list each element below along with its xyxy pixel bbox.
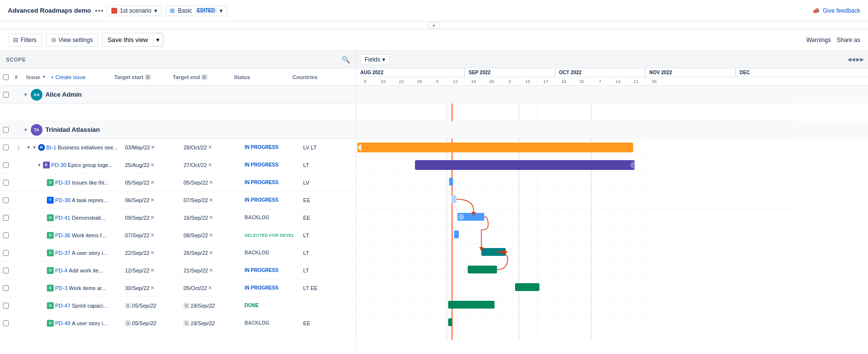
view-icon: ⊞ <box>170 7 175 14</box>
row-issue-pd38: T PD-38 A task repres... <box>25 197 123 204</box>
save-view-button[interactable]: Save this view <box>103 34 153 46</box>
day-3: 3 <box>501 77 519 85</box>
scope-search-button[interactable]: 🔍 <box>342 56 350 63</box>
top-bar-right: 📣 Give feedback <box>812 7 860 14</box>
toolbar-right: Warnings Share as <box>806 37 860 43</box>
fields-label: Fields <box>365 56 380 63</box>
target-start-header: Target start D <box>111 74 170 80</box>
group-alice: ▼ AA Alice Admin <box>0 86 356 104</box>
warnings-button[interactable]: Warnings <box>806 37 831 43</box>
pd30-icon: E <box>43 162 50 168</box>
save-view-dropdown-button[interactable]: ▾ <box>153 33 163 46</box>
pd36-id[interactable]: PD-36 <box>55 232 70 238</box>
alice-empty-row <box>0 104 356 121</box>
toggle-right-button[interactable]: ▶▶ <box>856 57 864 62</box>
month-sep: SEP 2022 <box>465 68 555 77</box>
row-pd38: T PD-38 A task repres... 06/Sep/22✕ 07/S… <box>0 191 356 209</box>
gantt-row-trinidad-bg <box>356 121 868 139</box>
pd47-title: Sprint capaci... <box>72 303 107 309</box>
bi1-end: 28/Oct/22 ✕ <box>182 145 243 150</box>
view-chevron-icon: ▾ <box>220 7 223 14</box>
bi1-end-clear[interactable]: ✕ <box>208 145 212 150</box>
feedback-label: Give feedback <box>823 7 860 14</box>
settings-icon: ⊙ <box>51 37 56 43</box>
pd30-expand-icon[interactable]: ▼ <box>37 163 41 167</box>
fields-button[interactable]: Fields ▾ <box>360 54 390 65</box>
bar-bi1[interactable] <box>357 143 633 152</box>
bar-pd38[interactable] <box>452 195 456 203</box>
bi1-countries: LV LT <box>301 145 356 150</box>
row-bi1: 1 ▼ ▼ B BI-1 Business initiatives see...… <box>0 139 356 156</box>
create-issue-button[interactable]: + Create issue <box>48 73 88 81</box>
bar-pd36[interactable] <box>454 230 459 238</box>
day-26: 26 <box>483 77 501 85</box>
save-view-label: Save this view <box>107 36 148 43</box>
bar-pd3[interactable] <box>515 283 539 291</box>
pd33-id[interactable]: PD-33 <box>55 180 70 186</box>
bar-pd4[interactable] <box>468 266 497 273</box>
bi1-status: IN PROGRESS <box>243 145 301 150</box>
bar-pd30[interactable] <box>415 160 635 170</box>
pd33-icon: S <box>47 179 54 186</box>
save-view-wrapper: Save this view ▾ <box>102 33 164 47</box>
filters-button[interactable]: ⊟ Filters <box>8 34 42 46</box>
pd3-title: Work items ar... <box>69 285 106 291</box>
group-alice-checkbox <box>0 92 12 98</box>
share-button[interactable]: Share as <box>837 37 860 43</box>
bar-pd49[interactable] <box>448 318 452 326</box>
pd49-icon: S <box>47 320 54 327</box>
pd30-start: 25/Aug/22 ✕ <box>123 162 182 168</box>
row-issue-pd36: S PD-36 Work items f... <box>25 232 123 239</box>
filter-icon: ⊟ <box>13 37 18 43</box>
bar-pd47[interactable] <box>448 301 495 309</box>
pd38-icon: T <box>47 197 54 204</box>
scenario-selector[interactable]: 1st scenario ▾ <box>107 5 162 16</box>
month-nov: NOV 2022 <box>645 68 736 77</box>
day-14: 14 <box>609 77 627 85</box>
row-pd37: S PD-37 A user story i... 22/Sep/22✕ 26/… <box>0 244 356 262</box>
bi1-expand-icon[interactable]: ▼ <box>26 145 31 150</box>
share-label: Share as <box>837 37 860 43</box>
pd49-id[interactable]: PD-49 <box>55 320 70 326</box>
fields-section-header: Fields ▾ ◀◀ ▶▶ <box>356 51 868 68</box>
scope-fields-header: SCOPE 🔍 Fields ▾ ◀◀ ▶▶ <box>0 51 868 68</box>
toggle-left-button[interactable]: ◀◀ <box>847 57 855 62</box>
group-trinidad: ▼ TA Trinidad Atlassian <box>0 121 356 139</box>
trinidad-expand-icon[interactable]: ▼ <box>23 127 28 132</box>
pd37-id[interactable]: PD-37 <box>55 250 70 256</box>
pd38-id[interactable]: PD-38 <box>55 197 70 203</box>
bar-pd33[interactable] <box>449 178 453 186</box>
pd30-start-clear[interactable]: ✕ <box>150 162 154 167</box>
toolbar-left: ⊟ Filters ⊙ View settings Save this view… <box>8 33 164 47</box>
pd47-id[interactable]: PD-47 <box>55 303 70 309</box>
pd4-icon: S <box>47 267 54 274</box>
toggle-arrows: ◀◀ ▶▶ <box>847 57 864 62</box>
row-issue-bi1: ▼ ▼ B BI-1 Business initiatives see... <box>25 144 123 151</box>
more-options-button[interactable] <box>95 10 103 12</box>
view-selector[interactable]: ⊞ Basic EDITED ▾ <box>165 5 227 16</box>
pd37-icon: S <box>47 250 54 256</box>
pd30-end: 27/Oct/22 ✕ <box>182 162 243 168</box>
pd3-id[interactable]: PD-3 <box>55 285 67 291</box>
scope-label: SCOPE <box>6 57 26 62</box>
checkbox-header <box>0 74 12 80</box>
pd3-icon: S <box>47 285 54 292</box>
bi1-id[interactable]: BI-1 <box>46 145 56 150</box>
pd41-id[interactable]: PD-41 <box>55 215 70 221</box>
svg-point-32 <box>630 162 637 168</box>
pd30-id[interactable]: PD-30 <box>51 162 66 168</box>
select-all-checkbox[interactable] <box>3 74 9 80</box>
row-issue-pd3: S PD-3 Work items ar... <box>25 285 123 292</box>
top-bar-left: Advanced Roadmaps demo 1st scenario ▾ ⊞ … <box>8 5 227 16</box>
collapse-button[interactable]: ▲ <box>428 22 440 29</box>
row-issue-pd33: S PD-33 Issues like thi... <box>25 179 123 186</box>
bi1-start-clear[interactable]: ✕ <box>151 145 155 150</box>
pd41-title: Demonstrati... <box>72 215 105 221</box>
pd4-id[interactable]: PD-4 <box>55 268 67 273</box>
view-settings-button[interactable]: ⊙ View settings <box>46 34 98 46</box>
give-feedback-button[interactable]: 📣 Give feedback <box>812 7 860 14</box>
bi1-child-expand-icon[interactable]: ▼ <box>32 145 37 150</box>
alice-expand-icon[interactable]: ▼ <box>23 92 28 97</box>
pd30-end-clear[interactable]: ✕ <box>208 162 212 167</box>
countries-header: Countries <box>289 74 348 80</box>
